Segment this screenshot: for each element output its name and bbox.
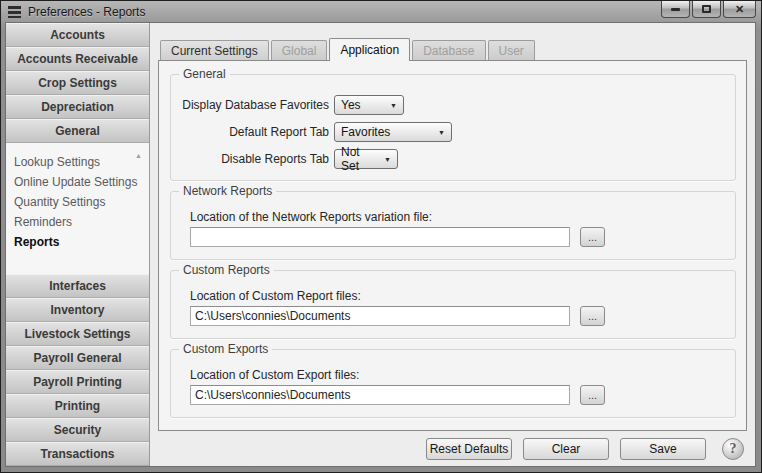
- app-icon: [8, 6, 22, 18]
- sidebar-section-inventory[interactable]: Inventory: [6, 298, 149, 322]
- group-general-title: General: [179, 67, 230, 81]
- tab-user[interactable]: User: [488, 40, 535, 60]
- maximize-button[interactable]: [692, 1, 721, 18]
- dropdown-value: Favorites: [341, 125, 390, 139]
- sidebar-item-quantity-settings[interactable]: Quantity Settings: [14, 192, 145, 212]
- client-area: Accounts Accounts Receivable Crop Settin…: [5, 22, 756, 467]
- sidebar-section-general[interactable]: General: [6, 119, 149, 143]
- form-row: Default Report Tab Favorites ▼: [181, 122, 725, 142]
- clear-button[interactable]: Clear: [523, 438, 609, 460]
- form-row: Display Database Favorites Yes ▼: [181, 95, 725, 115]
- custom-exports-browse-button[interactable]: ...: [580, 385, 605, 405]
- sidebar-general-panel: ▲ Lookup Settings Online Update Settings…: [6, 143, 149, 274]
- sidebar-section-interfaces[interactable]: Interfaces: [6, 274, 149, 298]
- window-title: Preferences - Reports: [28, 5, 145, 19]
- group-network-reports: Network Reports Location of the Network …: [170, 191, 736, 260]
- dropdown-value: Yes: [341, 98, 361, 112]
- dropdown-value: Not Set: [341, 145, 376, 173]
- display-database-favorites-label: Display Database Favorites: [181, 98, 329, 112]
- chevron-down-icon: ▼: [376, 156, 391, 163]
- group-general: General Display Database Favorites Yes ▼…: [170, 74, 736, 181]
- custom-reports-location-input[interactable]: [190, 306, 570, 326]
- custom-exports-location-label: Location of Custom Export files:: [190, 368, 725, 382]
- close-icon: ✕: [735, 4, 744, 15]
- save-button[interactable]: Save: [620, 438, 706, 460]
- titlebar: Preferences - Reports ✕: [5, 1, 756, 22]
- sidebar-section-livestock-settings[interactable]: Livestock Settings: [6, 322, 149, 346]
- close-button[interactable]: ✕: [723, 1, 756, 18]
- sidebar-section-crop-settings[interactable]: Crop Settings: [6, 71, 149, 95]
- tab-current-settings[interactable]: Current Settings: [160, 40, 269, 60]
- custom-reports-location-label: Location of Custom Report files:: [190, 289, 725, 303]
- sidebar: Accounts Accounts Receivable Crop Settin…: [6, 23, 150, 466]
- tab-application[interactable]: Application: [329, 38, 410, 61]
- form-row: Disable Reports Tab Not Set ▼: [181, 149, 725, 169]
- path-row: ...: [190, 227, 725, 247]
- tab-global[interactable]: Global: [271, 40, 328, 60]
- tab-strip: Current Settings Global Application Data…: [158, 37, 747, 60]
- group-custom-exports: Custom Exports Location of Custom Export…: [170, 349, 736, 418]
- group-custom-reports-title: Custom Reports: [179, 263, 274, 277]
- application-tab-panel: General Display Database Favorites Yes ▼…: [158, 60, 747, 431]
- sidebar-section-printing[interactable]: Printing: [6, 394, 149, 418]
- scroll-up-icon[interactable]: ▲: [135, 152, 142, 159]
- minimize-icon: [671, 8, 680, 11]
- custom-reports-browse-button[interactable]: ...: [580, 306, 605, 326]
- network-reports-browse-button[interactable]: ...: [580, 227, 605, 247]
- display-database-favorites-dropdown[interactable]: Yes ▼: [334, 95, 404, 115]
- default-report-tab-dropdown[interactable]: Favorites ▼: [334, 122, 452, 142]
- path-row: ...: [190, 385, 725, 405]
- group-custom-reports: Custom Reports Location of Custom Report…: [170, 270, 736, 339]
- reset-defaults-button[interactable]: Reset Defaults: [426, 438, 512, 460]
- window-controls: ✕: [661, 1, 756, 18]
- sidebar-section-security[interactable]: Security: [6, 418, 149, 442]
- sidebar-section-accounts[interactable]: Accounts: [6, 23, 149, 47]
- tab-database[interactable]: Database: [412, 40, 485, 60]
- group-custom-exports-title: Custom Exports: [179, 342, 272, 356]
- chevron-down-icon: ▼: [430, 129, 445, 136]
- sidebar-item-reminders[interactable]: Reminders: [14, 212, 145, 232]
- main-area: Current Settings Global Application Data…: [150, 23, 755, 466]
- sidebar-section-payroll-printing[interactable]: Payroll Printing: [6, 370, 149, 394]
- default-report-tab-label: Default Report Tab: [181, 125, 329, 139]
- sidebar-item-reports[interactable]: Reports: [14, 232, 145, 252]
- help-button[interactable]: ?: [722, 438, 744, 460]
- network-reports-location-input[interactable]: [190, 227, 570, 247]
- disable-reports-tab-label: Disable Reports Tab: [181, 152, 329, 166]
- maximize-icon: [702, 5, 711, 13]
- custom-exports-location-input[interactable]: [190, 385, 570, 405]
- sidebar-section-depreciation[interactable]: Depreciation: [6, 95, 149, 119]
- network-reports-location-label: Location of the Network Reports variatio…: [190, 210, 725, 224]
- sidebar-item-lookup-settings[interactable]: Lookup Settings: [14, 152, 145, 172]
- group-network-reports-title: Network Reports: [179, 184, 276, 198]
- sidebar-item-online-update-settings[interactable]: Online Update Settings: [14, 172, 145, 192]
- path-row: ...: [190, 306, 725, 326]
- minimize-button[interactable]: [661, 1, 690, 18]
- preferences-window: Preferences - Reports ✕ Accounts Account…: [0, 0, 762, 473]
- sidebar-section-payroll-general[interactable]: Payroll General: [6, 346, 149, 370]
- sidebar-section-accounts-receivable[interactable]: Accounts Receivable: [6, 47, 149, 71]
- disable-reports-tab-dropdown[interactable]: Not Set ▼: [334, 149, 398, 169]
- footer-bar: Reset Defaults Clear Save ?: [158, 431, 747, 466]
- sidebar-section-transactions[interactable]: Transactions: [6, 442, 149, 466]
- chevron-down-icon: ▼: [382, 102, 397, 109]
